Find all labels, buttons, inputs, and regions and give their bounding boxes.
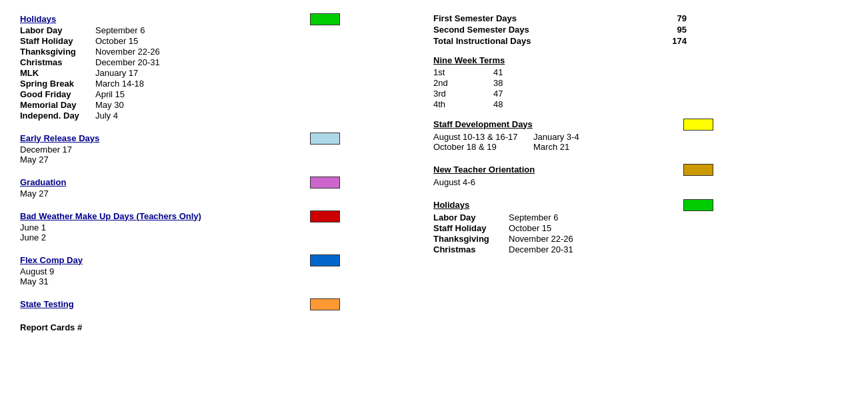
- right-holiday-date: November 22-26: [509, 234, 573, 244]
- new-teacher-color-box: [683, 164, 713, 176]
- flex-comp-color-box: [310, 254, 340, 266]
- holiday-date: January 17: [95, 68, 138, 78]
- flex-comp-date: May 31: [20, 276, 393, 286]
- staff-dev-col2: January 3-4 March 21: [533, 132, 620, 152]
- nw-label: 2nd: [433, 78, 453, 88]
- holiday-row: MLKJanuary 17: [20, 68, 393, 78]
- staff-dev-title: Staff Development Days: [433, 119, 533, 129]
- holiday-date: July 4: [95, 111, 118, 121]
- report-cards-section: Report Cards #: [20, 322, 393, 332]
- early-release-title: Early Release Days: [20, 133, 99, 143]
- nw-value: 48: [493, 99, 503, 109]
- staff-dev-dates: August 10-13 & 16-17 October 18 & 19 Jan…: [433, 132, 848, 152]
- holiday-row: Spring BreakMarch 14-18: [20, 79, 393, 89]
- holiday-date: October 15: [95, 36, 138, 46]
- holidays-color-box: [310, 13, 340, 25]
- bad-weather-color-box: [310, 210, 340, 222]
- nine-week-row: 4th48: [433, 99, 848, 109]
- holiday-date: April 15: [95, 89, 125, 99]
- stat-row: Total Instructional Days174: [433, 36, 687, 46]
- nw-label: 3rd: [433, 89, 453, 99]
- nine-week-section: Nine Week Terms 1st412nd383rd474th48: [433, 55, 848, 109]
- holiday-label: MLK: [20, 68, 90, 78]
- state-testing-section: State Testing: [20, 298, 393, 310]
- holiday-date: December 20-31: [95, 57, 160, 67]
- graduation-section: Graduation May 27: [20, 177, 393, 198]
- holiday-row: Labor DaySeptember 6: [20, 25, 393, 35]
- right-holiday-date: September 6: [509, 212, 558, 222]
- graduation-title: Graduation: [20, 177, 66, 187]
- staff-dev-section: Staff Development Days August 10-13 & 16…: [433, 119, 848, 152]
- holiday-label: Thanksgiving: [20, 47, 90, 57]
- right-holidays-section: Holidays Labor DaySeptember 6Staff Holid…: [433, 199, 848, 254]
- flex-comp-title: Flex Comp Day: [20, 255, 83, 265]
- bad-weather-date: June 2: [20, 232, 393, 242]
- stat-row: Second Semester Days95: [433, 25, 687, 35]
- graduation-color-box: [310, 177, 340, 189]
- bad-weather-section: Bad Weather Make Up Days (Teachers Only)…: [20, 210, 393, 242]
- stat-label: Total Instructional Days: [433, 36, 531, 46]
- stats-section: First Semester Days79Second Semester Day…: [433, 13, 848, 46]
- early-release-color-box: [310, 133, 340, 145]
- state-testing-title: State Testing: [20, 299, 74, 309]
- right-holiday-date: October 15: [509, 223, 551, 233]
- stat-label: Second Semester Days: [433, 25, 529, 35]
- right-holiday-label: Labor Day: [433, 212, 503, 222]
- stat-value: 174: [672, 36, 687, 46]
- nw-label: 4th: [433, 99, 453, 109]
- early-release-date: December 17: [20, 145, 393, 155]
- staff-dev-date-2: October 18 & 19: [433, 142, 520, 152]
- graduation-date: May 27: [20, 189, 393, 198]
- nw-value: 41: [493, 67, 503, 77]
- holiday-row: Good FridayApril 15: [20, 89, 393, 99]
- bad-weather-title: Bad Weather Make Up Days (Teachers Only): [20, 211, 201, 221]
- flex-comp-date: August 9: [20, 266, 393, 276]
- state-testing-color-box: [310, 298, 340, 310]
- nine-week-row: 1st41: [433, 67, 848, 77]
- holiday-label: Good Friday: [20, 89, 90, 99]
- early-release-date: May 27: [20, 155, 393, 165]
- bad-weather-date: June 1: [20, 222, 393, 232]
- right-holiday-date: December 20-31: [509, 244, 573, 254]
- nw-value: 38: [493, 78, 503, 88]
- early-release-section: Early Release Days December 17May 27: [20, 133, 393, 165]
- staff-dev-date-4: March 21: [533, 142, 620, 152]
- holiday-row: Memorial DayMay 30: [20, 100, 393, 110]
- flex-comp-section: Flex Comp Day August 9May 31: [20, 254, 393, 286]
- right-column: First Semester Days79Second Semester Day…: [393, 13, 848, 344]
- nine-week-row: 3rd47: [433, 89, 848, 99]
- right-holiday-row: ThanksgivingNovember 22-26: [433, 234, 848, 244]
- holiday-row: ThanksgivingNovember 22-26: [20, 47, 393, 57]
- right-holiday-row: Staff HolidayOctober 15: [433, 223, 848, 233]
- nw-label: 1st: [433, 67, 453, 77]
- holiday-date: November 22-26: [95, 47, 160, 57]
- right-holidays-color-box: [683, 199, 713, 211]
- holiday-label: Memorial Day: [20, 100, 90, 110]
- right-holiday-row: ChristmasDecember 20-31: [433, 244, 848, 254]
- holiday-label: Staff Holiday: [20, 36, 90, 46]
- holiday-row: ChristmasDecember 20-31: [20, 57, 393, 67]
- right-holidays-title: Holidays: [433, 200, 469, 210]
- staff-dev-col1: August 10-13 & 16-17 October 18 & 19: [433, 132, 520, 152]
- staff-dev-date-3: January 3-4: [533, 132, 620, 142]
- holidays-section: Holidays Labor DaySeptember 6Staff Holid…: [20, 13, 393, 121]
- right-holiday-label: Thanksgiving: [433, 234, 503, 244]
- page: Holidays Labor DaySeptember 6Staff Holid…: [0, 0, 868, 358]
- holiday-label: Spring Break: [20, 79, 90, 89]
- nine-week-title: Nine Week Terms: [433, 55, 848, 65]
- new-teacher-title: New Teacher Orientation: [433, 165, 535, 175]
- holidays-title: Holidays: [20, 14, 56, 24]
- holiday-row: Independ. DayJuly 4: [20, 111, 393, 121]
- staff-dev-date-1: August 10-13 & 16-17: [433, 132, 520, 142]
- stat-row: First Semester Days79: [433, 13, 687, 23]
- holiday-date: September 6: [95, 25, 145, 35]
- report-cards-title: Report Cards #: [20, 322, 82, 332]
- right-holiday-label: Staff Holiday: [433, 223, 503, 233]
- holiday-date: May 30: [95, 100, 124, 110]
- holiday-label: Christmas: [20, 57, 90, 67]
- right-holiday-row: Labor DaySeptember 6: [433, 212, 848, 222]
- new-teacher-section: New Teacher Orientation August 4-6: [433, 164, 848, 187]
- new-teacher-dates: August 4-6: [433, 177, 848, 187]
- stat-label: First Semester Days: [433, 13, 517, 23]
- holiday-date: March 14-18: [95, 79, 144, 89]
